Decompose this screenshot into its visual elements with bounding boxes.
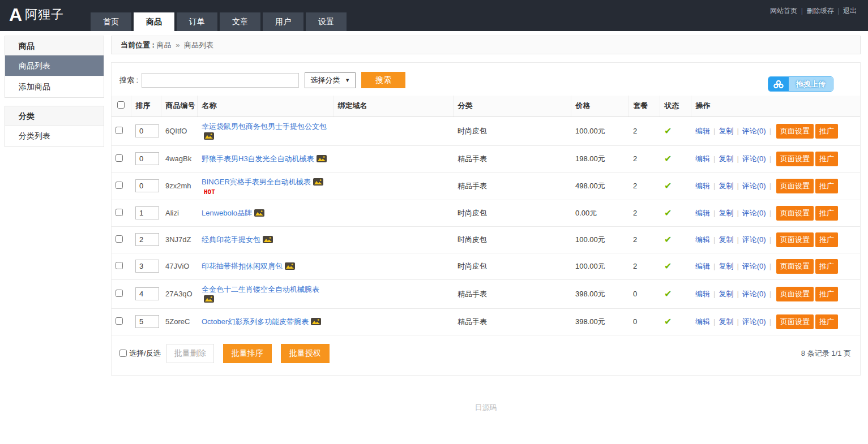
edit-link[interactable]: 编辑 xyxy=(695,317,710,326)
logo-text: 阿狸子 xyxy=(25,6,64,23)
row-checkbox[interactable] xyxy=(116,317,123,325)
copy-link[interactable]: 复制 xyxy=(719,209,733,217)
op-separator: | xyxy=(769,317,771,326)
comment-link[interactable]: 评论(0) xyxy=(742,154,766,163)
comment-link[interactable]: 评论(0) xyxy=(742,127,766,135)
topbar-link[interactable]: 退出 xyxy=(834,6,857,16)
header-category: 分类 xyxy=(453,96,571,117)
sort-input[interactable] xyxy=(135,206,159,219)
product-name-link[interactable]: 印花抽带搭扣休闲双肩包 xyxy=(202,262,283,270)
select-invert-checkbox[interactable] xyxy=(119,350,127,357)
page-setup-button[interactable]: 页面设置 xyxy=(776,124,814,139)
search-button[interactable]: 搜索 xyxy=(361,72,405,88)
nav-tab[interactable]: 文章 xyxy=(220,12,260,31)
page-setup-button[interactable]: 页面设置 xyxy=(776,259,814,274)
promote-button[interactable]: 推广 xyxy=(815,314,838,329)
copy-link[interactable]: 复制 xyxy=(719,154,733,163)
product-name-link[interactable]: 经典印花手提女包 xyxy=(202,235,260,244)
sidebar-item[interactable]: 添加商品 xyxy=(5,76,104,97)
edit-link[interactable]: 编辑 xyxy=(695,182,710,190)
promote-button[interactable]: 推广 xyxy=(815,124,838,139)
row-checkbox[interactable] xyxy=(116,262,123,269)
product-name-link[interactable]: 幸运袋鼠男包商务包男士手提包公文包 xyxy=(202,122,327,131)
promote-button[interactable]: 推广 xyxy=(815,232,838,247)
edit-link[interactable]: 编辑 xyxy=(695,262,710,270)
row-checkbox[interactable] xyxy=(116,127,123,134)
product-name-link[interactable]: 全金色十二生肖镂空全自动机械腕表 xyxy=(202,285,319,294)
topbar-link[interactable]: 删除缓存 xyxy=(797,6,833,16)
comment-link[interactable]: 评论(0) xyxy=(742,235,766,244)
sort-input[interactable] xyxy=(135,260,159,273)
edit-link[interactable]: 编辑 xyxy=(695,290,710,298)
row-checkbox[interactable] xyxy=(116,209,123,216)
nav-tab[interactable]: 用户 xyxy=(263,12,303,31)
page-setup-button[interactable]: 页面设置 xyxy=(776,152,814,166)
product-code: 4wagBk xyxy=(165,154,191,163)
copy-link[interactable]: 复制 xyxy=(719,290,733,298)
row-checkbox[interactable] xyxy=(116,182,123,189)
promote-button[interactable]: 推广 xyxy=(815,152,838,166)
promote-button[interactable]: 推广 xyxy=(815,179,838,193)
promote-button[interactable]: 推广 xyxy=(815,287,838,301)
copy-link[interactable]: 复制 xyxy=(719,262,733,270)
sidebar-item[interactable]: 分类列表 xyxy=(5,126,104,146)
batch-auth-button[interactable]: 批量授权 xyxy=(281,344,330,363)
row-checkbox[interactable] xyxy=(116,154,123,162)
sidebar-item[interactable]: 商品列表 xyxy=(5,55,104,76)
product-name-link[interactable]: October幻影系列多功能皮带腕表 xyxy=(202,317,309,326)
nav-tab[interactable]: 商品 xyxy=(134,12,174,31)
page-setup-button[interactable]: 页面设置 xyxy=(776,232,814,247)
price-value: 100.00元 xyxy=(575,262,605,270)
page-setup-button[interactable]: 页面设置 xyxy=(776,206,814,221)
copy-link[interactable]: 复制 xyxy=(719,317,733,326)
comment-link[interactable]: 评论(0) xyxy=(742,182,766,190)
drag-upload-button[interactable]: 拖拽上传 xyxy=(768,76,833,92)
breadcrumb-page-link[interactable]: 商品列表 xyxy=(184,41,213,49)
breadcrumb-separator: » xyxy=(176,41,179,49)
batch-sort-button[interactable]: 批量排序 xyxy=(223,344,272,363)
edit-link[interactable]: 编辑 xyxy=(695,235,710,244)
sort-input[interactable] xyxy=(135,179,159,192)
page-setup-button[interactable]: 页面设置 xyxy=(776,314,814,329)
sort-input[interactable] xyxy=(135,287,159,300)
edit-link[interactable]: 编辑 xyxy=(695,209,710,217)
promote-button[interactable]: 推广 xyxy=(815,206,838,221)
copy-link[interactable]: 复制 xyxy=(719,182,733,190)
batch-delete-button[interactable]: 批量删除 xyxy=(166,344,214,363)
comment-link[interactable]: 评论(0) xyxy=(742,290,766,298)
category-select[interactable]: 选择分类 ▼ xyxy=(305,72,356,88)
select-all-checkbox[interactable] xyxy=(117,101,125,109)
nav-tab[interactable]: 首页 xyxy=(91,12,131,31)
search-input[interactable] xyxy=(142,73,299,88)
batch-actions-bar: 选择/反选 批量删除 批量排序 批量授权 8 条记录 1/1 页 xyxy=(112,335,860,375)
row-checkbox[interactable] xyxy=(116,235,123,243)
page-setup-button[interactable]: 页面设置 xyxy=(776,287,814,301)
product-name-link[interactable]: 野狼手表男H3自发光全自动机械表 xyxy=(202,154,314,163)
nav-tab[interactable]: 设置 xyxy=(306,12,347,31)
page-setup-button[interactable]: 页面设置 xyxy=(776,179,814,193)
table-row: 9zx2mh BINGER宾格手表男全自动机械表HOT 精品手表 498.00元… xyxy=(112,172,860,200)
sort-input[interactable] xyxy=(135,233,159,246)
breadcrumb-section-link[interactable]: 商品 xyxy=(157,41,172,49)
comment-link[interactable]: 评论(0) xyxy=(742,209,766,217)
promote-button[interactable]: 推广 xyxy=(815,259,838,274)
product-name-link[interactable]: BINGER宾格手表男全自动机械表 xyxy=(202,178,311,186)
edit-link[interactable]: 编辑 xyxy=(695,154,710,163)
sort-input[interactable] xyxy=(135,152,159,165)
price-value: 100.00元 xyxy=(575,235,605,244)
hot-badge: HOT xyxy=(204,188,215,196)
edit-link[interactable]: 编辑 xyxy=(695,127,710,135)
sort-input[interactable] xyxy=(135,124,159,137)
product-name-link[interactable]: Lenwebolo品牌 xyxy=(202,209,252,217)
row-checkbox[interactable] xyxy=(116,290,123,297)
topbar-link[interactable]: 网站首页 xyxy=(770,6,797,16)
comment-link[interactable]: 评论(0) xyxy=(742,262,766,270)
op-separator: | xyxy=(737,317,738,326)
table-row: 47JViO 印花抽带搭扣休闲双肩包HOT 时尚皮包 100.00元 2 ✔ 编… xyxy=(112,253,860,279)
sort-input[interactable] xyxy=(135,315,159,328)
status-ok-icon: ✔ xyxy=(664,154,672,163)
comment-link[interactable]: 评论(0) xyxy=(742,317,766,326)
copy-link[interactable]: 复制 xyxy=(719,127,733,135)
copy-link[interactable]: 复制 xyxy=(719,235,733,244)
nav-tab[interactable]: 订单 xyxy=(177,12,217,31)
